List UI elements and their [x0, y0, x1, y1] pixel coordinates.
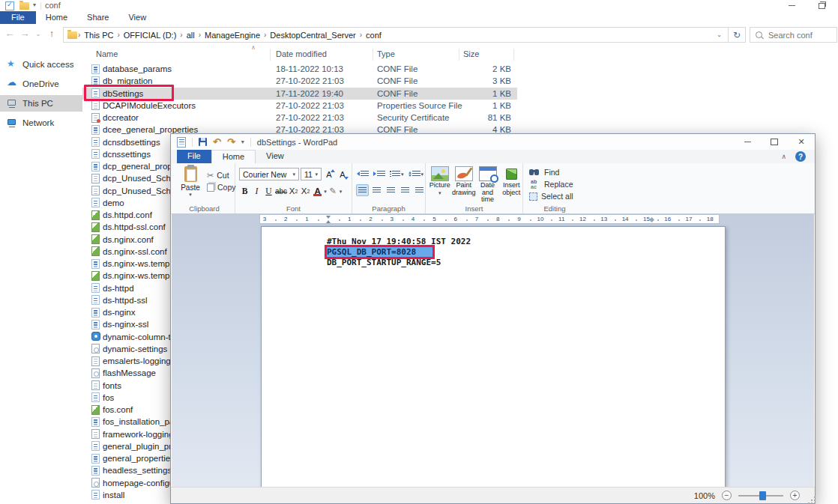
wordpad-tab-view[interactable]: View: [256, 150, 295, 163]
paragraph-settings-button[interactable]: [413, 184, 426, 196]
explorer-tab-home[interactable]: Home: [36, 11, 77, 24]
breadcrumb-segment[interactable]: DesktopCentral_Server: [267, 31, 358, 40]
indent-marker[interactable]: [326, 216, 331, 223]
explorer-tab-share[interactable]: Share: [77, 11, 118, 24]
select-all-button[interactable]: Select all: [529, 191, 586, 201]
sidebar-item-network[interactable]: Network: [0, 115, 82, 131]
file-type-icon-text: [91, 429, 100, 439]
justify-button[interactable]: [399, 184, 412, 196]
explorer-restore-button[interactable]: [810, 0, 834, 11]
explorer-tab-file[interactable]: File: [0, 11, 36, 24]
wordpad-tab-file[interactable]: File: [177, 150, 211, 163]
increase-indent-button[interactable]: [373, 168, 386, 180]
save-button[interactable]: [199, 138, 207, 146]
column-header-date-modified[interactable]: Date modified: [276, 49, 327, 58]
minimize-icon: [744, 142, 751, 142]
address-dropdown-icon[interactable]: ⌄: [717, 31, 724, 38]
zoom-out-button[interactable]: −: [722, 491, 732, 500]
right-indent-marker[interactable]: [649, 217, 654, 222]
highlight-color-button[interactable]: ✎: [328, 185, 339, 197]
align-center-button[interactable]: [370, 184, 383, 196]
up-button[interactable]: ↑: [45, 28, 58, 39]
date-and-time-button[interactable]: Date and time: [477, 166, 499, 204]
file-row[interactable]: db_migration 27-10-2022 21:03 CONF File …: [82, 75, 838, 87]
superscript-button[interactable]: X2: [300, 185, 311, 197]
file-row[interactable]: DCAPIModuleExecutors 27-10-2022 21:03 Pr…: [82, 100, 838, 112]
selected-text[interactable]: PGSQL_DB_PORT=8028: [327, 247, 432, 257]
file-row[interactable]: dccreator 27-10-2022 21:03 Security Cert…: [82, 112, 838, 124]
document-area: 321123456789101112131415161718 #Thu Nov …: [172, 213, 814, 488]
properties-check-icon[interactable]: [5, 1, 14, 10]
wordpad-maximize-button[interactable]: [761, 134, 788, 150]
grow-font-button[interactable]: A: [323, 168, 335, 180]
sidebar-item-this-pc[interactable]: This PC: [0, 95, 82, 112]
address-bar[interactable]: › This PC›OFFICIAL (D:)›all›ManageEngine…: [63, 27, 729, 43]
zoom-in-button[interactable]: +: [790, 491, 800, 500]
help-button[interactable]: ?: [795, 151, 806, 162]
column-header-size[interactable]: Size: [463, 49, 511, 58]
resize-grip[interactable]: [811, 500, 813, 501]
breadcrumb-segment[interactable]: all: [184, 31, 198, 40]
line-spacing-button[interactable]: ▾: [408, 168, 425, 180]
chevron-down-icon: ▾: [315, 171, 318, 177]
copy-button[interactable]: Copy: [207, 181, 236, 193]
redo-button[interactable]: ↷: [227, 137, 235, 147]
zoom-slider-thumb[interactable]: [759, 491, 766, 500]
shrink-font-button[interactable]: A: [337, 168, 349, 180]
bold-button[interactable]: B: [239, 185, 250, 197]
list-button[interactable]: ▾: [389, 168, 405, 180]
sidebar-item-onedrive[interactable]: OneDrive: [0, 76, 82, 92]
breadcrumb-segment[interactable]: OFFICIAL (D:): [121, 31, 179, 40]
sort-ascending-icon[interactable]: ∧: [251, 44, 256, 51]
picture-button[interactable]: Picture ▾: [429, 166, 451, 204]
file-row[interactable]: database_params 18-11-2022 10:13 CONF Fi…: [82, 63, 838, 75]
picture-icon: [431, 166, 449, 181]
decrease-indent-button[interactable]: [356, 168, 370, 180]
font-size-select[interactable]: 11▾: [301, 168, 322, 180]
search-box[interactable]: [750, 27, 837, 43]
insert-object-button[interactable]: Insert object: [500, 166, 522, 204]
wordpad-minimize-button[interactable]: [734, 134, 761, 150]
font-color-button[interactable]: A: [312, 185, 323, 197]
document-text[interactable]: #Thu Nov 17 19:40:58 IST 2022PGSQL_DB_PO…: [327, 237, 471, 268]
italic-button[interactable]: I: [251, 185, 262, 197]
search-input[interactable]: [767, 30, 830, 40]
zoom-slider[interactable]: [738, 495, 783, 497]
breadcrumb-segment[interactable]: This PC: [81, 31, 116, 40]
cloud-icon: [7, 79, 17, 89]
ruler[interactable]: 321123456789101112131415161718: [259, 214, 720, 224]
refresh-button[interactable]: ↻: [729, 27, 746, 43]
explorer-tab-view[interactable]: View: [118, 11, 156, 24]
undo-button[interactable]: ↶: [213, 137, 221, 147]
recent-locations-dropdown-icon[interactable]: ⌄: [31, 30, 45, 37]
breadcrumb-segment[interactable]: ManageEngine: [202, 31, 263, 40]
chevron-down-icon: ▾: [340, 189, 343, 194]
paint-drawing-button[interactable]: Paint drawing: [453, 166, 475, 204]
document-page[interactable]: #Thu Nov 17 19:40:58 IST 2022PGSQL_DB_PO…: [261, 226, 726, 488]
font-group: Courier New▾ 11▾ A A B I U abc X2 X2 A ▾…: [235, 163, 352, 213]
cut-button[interactable]: ✂Cut: [207, 169, 236, 181]
strikethrough-button[interactable]: abc: [275, 185, 287, 197]
collapse-ribbon-icon[interactable]: ∧: [781, 153, 786, 160]
font-family-select[interactable]: Courier New▾: [239, 168, 299, 180]
wordpad-close-button[interactable]: ✕: [788, 134, 815, 150]
file-type-icon-green: [91, 246, 100, 256]
sidebar-item-quick-access[interactable]: Quick access: [0, 56, 82, 73]
breadcrumb-segment[interactable]: conf: [363, 31, 385, 40]
subscript-button[interactable]: X2: [288, 185, 299, 197]
align-right-button[interactable]: [385, 184, 397, 196]
paste-button[interactable]: Paste ▾: [178, 166, 203, 197]
column-header-type[interactable]: Type: [377, 49, 395, 58]
underline-button[interactable]: U: [263, 185, 274, 197]
back-button[interactable]: ←: [3, 28, 16, 39]
wordpad-tab-home[interactable]: Home: [211, 150, 256, 163]
column-header-name[interactable]: Name: [96, 49, 118, 58]
file-type-icon-conf: [91, 137, 100, 147]
find-button[interactable]: Find: [529, 167, 586, 177]
replace-button[interactable]: Replace: [529, 179, 586, 189]
align-left-button[interactable]: [356, 184, 369, 196]
explorer-minimize-button[interactable]: [780, 0, 804, 11]
customize-toolbar-dropdown-icon[interactable]: ▾: [241, 139, 244, 145]
forward-button[interactable]: →: [18, 28, 31, 39]
quick-access-toolbar-dropdown-icon[interactable]: ▾: [33, 1, 36, 8]
